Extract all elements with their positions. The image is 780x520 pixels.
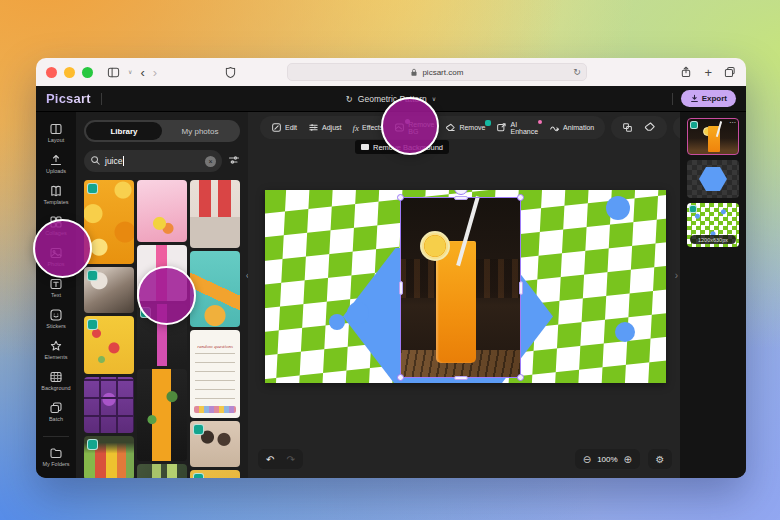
refresh-icon[interactable]: ↻ [573,67,581,77]
text-icon [49,277,63,291]
export-button[interactable]: Export [681,90,736,107]
tab-overview-icon[interactable] [724,66,736,78]
photo-thumbnail[interactable] [137,245,187,301]
shield-icon[interactable] [225,66,236,79]
star-icon [49,339,63,353]
maximize-window-button[interactable] [82,67,93,78]
history-icon: ↻ [346,94,353,104]
animation-button[interactable]: Animation [544,116,599,139]
ai-enhance-icon [496,122,507,134]
position-button[interactable] [617,116,638,139]
sidebar-item-text[interactable]: Text [38,272,74,303]
lock-icon [410,63,418,81]
photo-thumbnail[interactable] [190,180,240,248]
sidebar-item-collages[interactable]: Collages [38,210,74,241]
share-icon[interactable] [680,65,692,79]
resize-handle[interactable] [517,194,524,201]
image-icon [361,144,369,150]
sticker-smiley-icon [49,308,63,322]
search-icon [90,152,101,170]
sidebar-item-photos[interactable]: Photos [38,241,74,272]
photo-thumbnail[interactable] [84,436,134,478]
resize-handle[interactable] [397,374,404,381]
photo-thumbnail[interactable] [190,470,240,478]
forward-button[interactable]: › [153,66,157,79]
photo-thumbnail[interactable] [84,377,134,433]
undo-button[interactable]: ↶ [266,454,274,465]
resize-handle[interactable] [454,376,468,380]
resize-handle[interactable] [519,281,523,295]
clear-search-icon[interactable]: × [205,156,216,167]
tab-my-photos[interactable]: My photos [162,122,238,140]
layer-thumbnail-photo-selected[interactable]: ⋯ [687,118,739,155]
sidebar-item-my-folders[interactable]: My Folders [38,441,74,472]
ai-enhance-button[interactable]: AI Enhance [491,116,543,139]
expand-panel-icon[interactable]: › [675,270,678,281]
back-button[interactable]: ‹ [140,66,144,79]
photo-thumbnail[interactable] [84,267,134,313]
zoom-level[interactable]: 100% [597,455,617,464]
circle-shape-layer[interactable] [606,196,630,220]
photo-thumbnail[interactable] [190,251,240,327]
position-icon [622,122,633,134]
photo-thumbnail[interactable]: random questions [190,330,240,418]
eraser-icon [644,121,656,134]
edit-button[interactable]: Edit [266,116,302,139]
design-artboard[interactable]: ↻ [265,190,666,383]
sidebar-item-layout[interactable]: Layout [38,117,74,148]
resize-handle[interactable] [517,374,524,381]
animation-icon [549,122,560,134]
traffic-lights [46,67,93,78]
resize-handle[interactable] [454,196,468,200]
history-controls: ↶ ↷ [258,449,303,469]
new-tab-button[interactable]: + [704,66,712,79]
resize-handle[interactable] [399,281,403,295]
effects-button[interactable]: fx Effects [348,116,389,139]
search-input[interactable]: juice × [84,150,222,172]
selection-frame[interactable]: ↻ [400,197,521,378]
layer-menu-icon[interactable]: ⋯ [729,119,736,127]
photo-thumbnail[interactable] [84,316,134,374]
chevron-down-icon[interactable]: ∨ [128,69,132,75]
canvas-settings-button[interactable]: ⚙ [648,449,672,469]
close-window-button[interactable] [46,67,57,78]
photo-thumbnail[interactable] [137,369,187,461]
eraser-icon [445,122,456,134]
sidebar-item-background[interactable]: Background [38,365,74,396]
remove-bg-button[interactable]: Remove BG [389,116,439,139]
redo-button[interactable]: ↷ [286,454,294,465]
circle-shape-layer[interactable] [347,302,369,324]
sidebar-item-stickers[interactable]: Stickers [38,303,74,334]
circle-shape-layer[interactable] [329,314,345,330]
zoom-out-button[interactable]: ⊖ [583,454,591,465]
resize-handle[interactable] [397,194,404,201]
badge [690,121,698,129]
sidebar-item-templates[interactable]: Templates [38,179,74,210]
zoom-in-button[interactable]: ⊕ [624,454,632,465]
filter-icon[interactable] [228,152,240,170]
zoom-controls: ⊖ 100% ⊕ [575,449,640,469]
photo-thumbnail[interactable] [137,180,187,242]
sidebar-item-uploads[interactable]: Uploads [38,148,74,179]
layer-thumbnail-hexagon[interactable] [687,160,739,198]
photo-thumbnail[interactable] [190,421,240,467]
adjust-button[interactable]: Adjust [303,116,346,139]
eraser-tool-button[interactable] [639,116,661,139]
chevron-down-icon: ∨ [432,95,436,102]
address-bar[interactable]: picsart.com ↻ [287,63,587,81]
picsart-logo[interactable]: Picsart [46,91,91,106]
sidebar-toggle-icon[interactable] [107,66,120,79]
photo-thumbnail[interactable] [84,180,134,264]
sidebar-item-elements[interactable]: Elements [38,334,74,365]
card-text-lines [195,353,235,401]
tab-library[interactable]: Library [86,122,162,140]
photo-thumbnail[interactable] [137,464,187,478]
photo-thumbnail-highlighted[interactable] [137,304,187,366]
layer-thumbnail-background[interactable]: 1200x630px [687,203,739,247]
project-title-dropdown[interactable]: ↻ Geometric Pattern ∨ [346,94,437,104]
minimize-window-button[interactable] [64,67,75,78]
circle-shape-layer[interactable] [615,322,635,342]
remove-button[interactable]: Remove [440,116,490,139]
gear-icon: ⚙ [656,454,665,465]
sidebar-item-batch[interactable]: Batch [38,396,74,427]
